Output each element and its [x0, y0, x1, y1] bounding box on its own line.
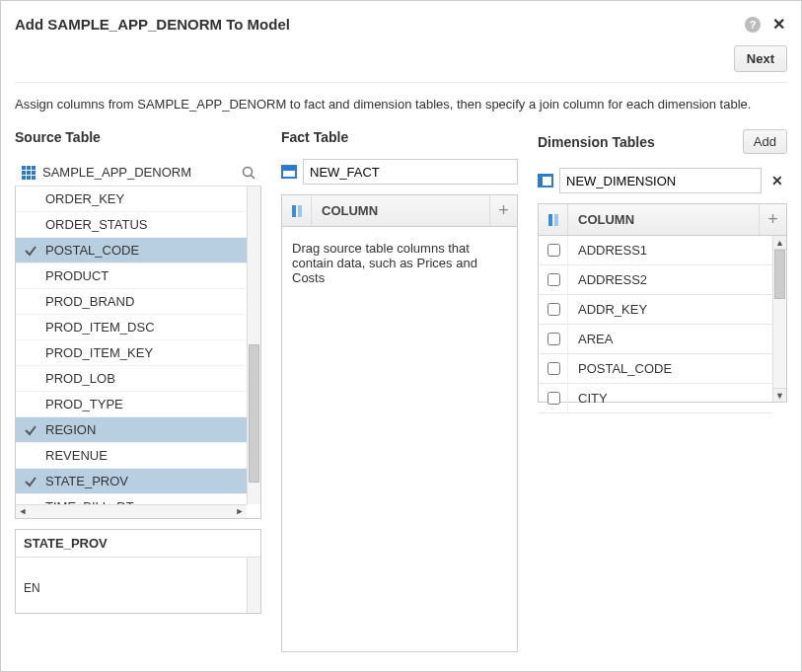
- svg-rect-1: [27, 166, 31, 170]
- dimension-column-row[interactable]: POSTAL_CODE: [539, 354, 772, 384]
- help-icon[interactable]: ?: [745, 17, 761, 33]
- column-detail-title: STATE_PROV: [24, 536, 108, 551]
- svg-rect-0: [22, 166, 26, 170]
- source-column-row[interactable]: POSTAL_CODE: [16, 238, 247, 263]
- svg-rect-15: [298, 205, 302, 217]
- dimension-column-label: CITY: [568, 391, 618, 406]
- dimension-column-checkbox[interactable]: [547, 333, 560, 345]
- fact-column-header-label: COLUMN: [312, 203, 489, 218]
- source-column-row[interactable]: REVENUE: [16, 443, 247, 469]
- dimension-tables-section: Dimension Tables Add ✕ COLUMN +: [538, 129, 787, 403]
- check-icon: [24, 475, 45, 488]
- source-column-label: ORDER_STATUS: [45, 217, 148, 232]
- source-column-row[interactable]: ORDER_STATUS: [16, 212, 247, 238]
- svg-rect-8: [32, 176, 36, 180]
- svg-rect-19: [548, 214, 552, 226]
- remove-dimension-icon[interactable]: ✕: [767, 173, 787, 188]
- source-column-label: REVENUE: [45, 448, 108, 463]
- dimension-name-input[interactable]: [559, 168, 762, 193]
- dimension-column-row[interactable]: ADDR_KEY: [539, 295, 772, 325]
- dimension-column-checkbox[interactable]: [547, 273, 560, 286]
- source-column-label: ORDER_KEY: [45, 191, 124, 206]
- source-vscrollbar[interactable]: [247, 187, 260, 504]
- dimension-column-checkbox[interactable]: [547, 303, 560, 316]
- source-column-label: PRODUCT: [45, 268, 109, 283]
- source-column-label: REGION: [45, 422, 96, 437]
- next-button[interactable]: Next: [734, 45, 787, 72]
- search-icon[interactable]: [242, 166, 255, 180]
- dimension-checkbox-cell: [539, 384, 568, 412]
- dimension-scroll-up-icon[interactable]: ▲: [772, 236, 786, 250]
- fact-section-label: Fact Table: [281, 129, 348, 145]
- dimension-checkbox-cell: [539, 265, 568, 294]
- dimension-column-label: ADDR_KEY: [568, 302, 657, 317]
- fact-dropzone[interactable]: Drag source table columns that contain d…: [282, 227, 517, 651]
- svg-rect-2: [32, 166, 36, 170]
- detail-vscrollbar[interactable]: [247, 558, 260, 613]
- dimension-column-header-label: COLUMN: [568, 212, 759, 227]
- svg-rect-7: [27, 176, 31, 180]
- svg-rect-4: [27, 171, 31, 175]
- fact-table-icon: [281, 165, 297, 179]
- svg-rect-13: [283, 168, 295, 171]
- dimension-table-icon: [538, 174, 553, 187]
- dimension-scroll-down-icon[interactable]: ▼: [772, 388, 786, 402]
- dimension-column-row[interactable]: CITY: [539, 384, 772, 413]
- fact-name-input[interactable]: [303, 159, 518, 185]
- source-column-row[interactable]: ORDER_KEY: [16, 187, 247, 212]
- dimension-vscrollbar-thumb[interactable]: [774, 250, 785, 299]
- source-column-row[interactable]: PROD_ITEM_KEY: [16, 340, 247, 366]
- dimension-add-column-icon[interactable]: +: [759, 204, 786, 235]
- source-column-label: POSTAL_CODE: [45, 243, 139, 258]
- dialog-title: Add SAMPLE_APP_DENORM To Model: [15, 16, 290, 33]
- dimension-column-checkbox[interactable]: [547, 392, 560, 405]
- svg-rect-5: [32, 171, 36, 175]
- fact-column-icon: [282, 195, 312, 226]
- source-vscrollbar-thumb[interactable]: [249, 344, 259, 483]
- dimension-column-row[interactable]: ADDRESS1: [539, 236, 772, 265]
- source-column-label: PROD_ITEM_KEY: [45, 345, 153, 360]
- column-detail-panel: STATE_PROV EN: [15, 529, 261, 614]
- source-column-row[interactable]: PROD_TYPE: [16, 392, 247, 417]
- check-icon: [24, 423, 45, 437]
- dimension-column-row[interactable]: AREA: [539, 325, 772, 354]
- svg-rect-14: [292, 205, 296, 217]
- table-grid-icon: [21, 166, 36, 180]
- source-column-label: PROD_TYPE: [45, 397, 123, 411]
- dimension-column-label: ADDRESS1: [568, 243, 657, 258]
- source-column-row[interactable]: STATE_PROV: [16, 469, 247, 494]
- wizard-button-row: Next: [15, 41, 787, 83]
- svg-line-10: [252, 175, 255, 179]
- dimension-column-label: AREA: [568, 332, 622, 346]
- svg-rect-20: [554, 214, 558, 226]
- dimension-checkbox-cell: [539, 236, 568, 264]
- source-column-label: STATE_PROV: [45, 474, 128, 488]
- source-column-row[interactable]: PROD_ITEM_DSC: [16, 315, 247, 340]
- source-column-row[interactable]: PRODUCT: [16, 263, 247, 289]
- source-table-name-row: SAMPLE_APP_DENORM: [15, 159, 261, 186]
- source-column-row[interactable]: PROD_BRAND: [16, 289, 247, 315]
- dimension-column-checkbox[interactable]: [547, 362, 560, 375]
- dimension-column-checkbox[interactable]: [547, 244, 560, 257]
- fact-add-column-icon[interactable]: +: [489, 195, 517, 226]
- source-table-section: Source Table SAMPLE_APP_DENORM ORDER_KEY…: [15, 129, 261, 614]
- source-column-row[interactable]: REGION: [16, 417, 247, 443]
- svg-point-9: [244, 167, 253, 176]
- dimension-column-label: ADDRESS2: [568, 272, 657, 287]
- dimension-column-row[interactable]: ADDRESS2: [539, 265, 772, 295]
- dimension-columns-panel: COLUMN + ADDRESS1ADDRESS2ADDR_KEYAREAPOS…: [538, 203, 787, 403]
- source-column-row[interactable]: PROD_LOB: [16, 366, 247, 392]
- add-dimension-button[interactable]: Add: [743, 129, 787, 154]
- hscroll-left-icon[interactable]: ◄: [16, 505, 30, 517]
- instruction-text: Assign columns from SAMPLE_APP_DENORM to…: [15, 83, 787, 129]
- dimension-vscrollbar[interactable]: [772, 250, 786, 388]
- dimension-column-label: POSTAL_CODE: [568, 361, 682, 376]
- source-section-label: Source Table: [15, 129, 101, 145]
- check-icon: [24, 244, 45, 258]
- source-hscrollbar[interactable]: ◄ ►: [16, 504, 247, 518]
- svg-rect-18: [540, 177, 543, 186]
- hscroll-right-icon[interactable]: ►: [233, 505, 247, 517]
- close-icon[interactable]: ✕: [770, 15, 787, 34]
- dimension-checkbox-cell: [539, 295, 568, 324]
- svg-rect-6: [22, 176, 26, 180]
